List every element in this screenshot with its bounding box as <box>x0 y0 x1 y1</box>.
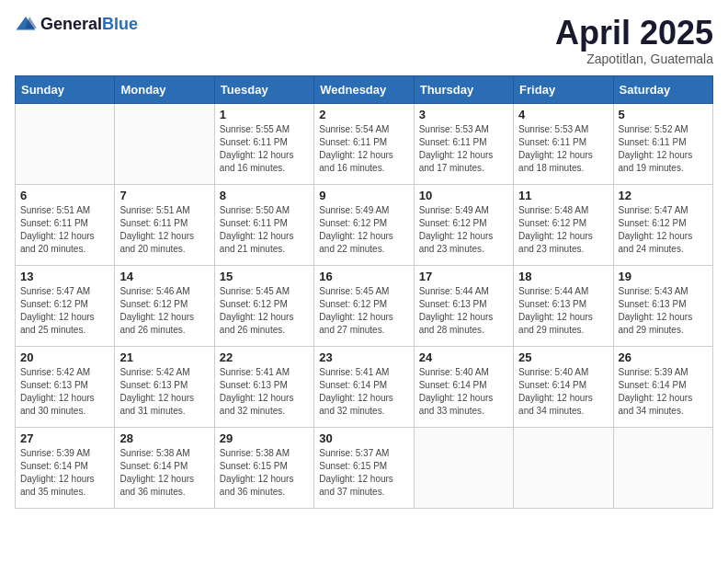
day-number: 30 <box>319 431 408 445</box>
table-row: 10Sunrise: 5:49 AM Sunset: 6:12 PM Dayli… <box>414 184 513 265</box>
table-row: 23Sunrise: 5:41 AM Sunset: 6:14 PM Dayli… <box>314 346 414 427</box>
header-wednesday: Wednesday <box>314 75 414 103</box>
logo-blue: Blue <box>102 16 138 32</box>
day-number: 5 <box>619 108 708 121</box>
table-row: 28Sunrise: 5:38 AM Sunset: 6:14 PM Dayli… <box>115 427 214 508</box>
day-number: 15 <box>220 270 309 283</box>
day-number: 4 <box>518 108 608 121</box>
header-tuesday: Tuesday <box>214 75 313 103</box>
day-info: Sunrise: 5:54 AM Sunset: 6:11 PM Dayligh… <box>319 123 408 175</box>
table-row: 30Sunrise: 5:37 AM Sunset: 6:15 PM Dayli… <box>314 427 414 508</box>
day-info: Sunrise: 5:41 AM Sunset: 6:14 PM Dayligh… <box>319 366 408 418</box>
table-row: 21Sunrise: 5:42 AM Sunset: 6:13 PM Dayli… <box>115 346 214 427</box>
table-row <box>613 427 712 508</box>
logo: General Blue <box>15 15 138 33</box>
day-info: Sunrise: 5:42 AM Sunset: 6:13 PM Dayligh… <box>20 366 109 418</box>
day-number: 28 <box>119 431 209 445</box>
table-row: 22Sunrise: 5:41 AM Sunset: 6:13 PM Dayli… <box>214 346 313 427</box>
logo-icon <box>15 15 37 33</box>
day-number: 16 <box>319 270 408 283</box>
day-number: 26 <box>619 350 708 364</box>
day-number: 6 <box>20 189 109 202</box>
day-number: 24 <box>419 350 508 364</box>
day-info: Sunrise: 5:41 AM Sunset: 6:13 PM Dayligh… <box>220 366 309 418</box>
table-row: 11Sunrise: 5:48 AM Sunset: 6:12 PM Dayli… <box>514 184 613 265</box>
day-number: 10 <box>419 189 508 202</box>
day-number: 22 <box>220 350 309 364</box>
table-row: 24Sunrise: 5:40 AM Sunset: 6:14 PM Dayli… <box>414 346 513 427</box>
day-info: Sunrise: 5:43 AM Sunset: 6:13 PM Dayligh… <box>619 285 708 337</box>
day-info: Sunrise: 5:47 AM Sunset: 6:12 PM Dayligh… <box>619 204 708 256</box>
table-row <box>115 103 214 184</box>
table-row: 5Sunrise: 5:52 AM Sunset: 6:11 PM Daylig… <box>613 103 712 184</box>
day-number: 21 <box>119 350 209 364</box>
month-title: April 2025 <box>555 15 713 52</box>
calendar-week-row: 13Sunrise: 5:47 AM Sunset: 6:12 PM Dayli… <box>16 265 713 346</box>
day-info: Sunrise: 5:55 AM Sunset: 6:11 PM Dayligh… <box>220 123 309 175</box>
day-number: 9 <box>319 189 408 202</box>
table-row: 16Sunrise: 5:45 AM Sunset: 6:12 PM Dayli… <box>314 265 414 346</box>
day-number: 18 <box>518 270 608 283</box>
day-info: Sunrise: 5:49 AM Sunset: 6:12 PM Dayligh… <box>419 204 508 256</box>
table-row: 14Sunrise: 5:46 AM Sunset: 6:12 PM Dayli… <box>115 265 214 346</box>
day-number: 20 <box>20 350 109 364</box>
day-number: 1 <box>220 108 309 121</box>
day-number: 2 <box>319 108 408 121</box>
day-number: 27 <box>20 431 109 445</box>
day-number: 7 <box>119 189 209 202</box>
day-info: Sunrise: 5:50 AM Sunset: 6:11 PM Dayligh… <box>220 204 309 256</box>
table-row: 29Sunrise: 5:38 AM Sunset: 6:15 PM Dayli… <box>214 427 313 508</box>
table-row: 1Sunrise: 5:55 AM Sunset: 6:11 PM Daylig… <box>214 103 313 184</box>
day-info: Sunrise: 5:49 AM Sunset: 6:12 PM Dayligh… <box>319 204 408 256</box>
table-row: 2Sunrise: 5:54 AM Sunset: 6:11 PM Daylig… <box>314 103 414 184</box>
calendar-week-row: 20Sunrise: 5:42 AM Sunset: 6:13 PM Dayli… <box>16 346 713 427</box>
table-row <box>414 427 513 508</box>
day-info: Sunrise: 5:47 AM Sunset: 6:12 PM Dayligh… <box>20 285 109 337</box>
table-row: 9Sunrise: 5:49 AM Sunset: 6:12 PM Daylig… <box>314 184 414 265</box>
table-row: 4Sunrise: 5:53 AM Sunset: 6:11 PM Daylig… <box>514 103 613 184</box>
table-row: 8Sunrise: 5:50 AM Sunset: 6:11 PM Daylig… <box>214 184 313 265</box>
table-row <box>514 427 613 508</box>
header-thursday: Thursday <box>414 75 513 103</box>
table-row: 13Sunrise: 5:47 AM Sunset: 6:12 PM Dayli… <box>16 265 115 346</box>
calendar-week-row: 6Sunrise: 5:51 AM Sunset: 6:11 PM Daylig… <box>16 184 713 265</box>
table-row: 26Sunrise: 5:39 AM Sunset: 6:14 PM Dayli… <box>613 346 712 427</box>
table-row: 12Sunrise: 5:47 AM Sunset: 6:12 PM Dayli… <box>613 184 712 265</box>
table-row: 19Sunrise: 5:43 AM Sunset: 6:13 PM Dayli… <box>613 265 712 346</box>
day-info: Sunrise: 5:38 AM Sunset: 6:15 PM Dayligh… <box>220 447 309 499</box>
day-info: Sunrise: 5:46 AM Sunset: 6:12 PM Dayligh… <box>119 285 209 337</box>
day-number: 17 <box>419 270 508 283</box>
day-info: Sunrise: 5:53 AM Sunset: 6:11 PM Dayligh… <box>419 123 508 175</box>
day-info: Sunrise: 5:39 AM Sunset: 6:14 PM Dayligh… <box>20 447 109 499</box>
header-sunday: Sunday <box>16 75 115 103</box>
table-row: 6Sunrise: 5:51 AM Sunset: 6:11 PM Daylig… <box>16 184 115 265</box>
day-info: Sunrise: 5:45 AM Sunset: 6:12 PM Dayligh… <box>319 285 408 337</box>
day-info: Sunrise: 5:38 AM Sunset: 6:14 PM Dayligh… <box>119 447 209 499</box>
header-saturday: Saturday <box>613 75 712 103</box>
day-number: 25 <box>518 350 608 364</box>
table-row: 15Sunrise: 5:45 AM Sunset: 6:12 PM Dayli… <box>214 265 313 346</box>
location-title: Zapotitlan, Guatemala <box>555 52 713 66</box>
table-row: 27Sunrise: 5:39 AM Sunset: 6:14 PM Dayli… <box>16 427 115 508</box>
day-info: Sunrise: 5:51 AM Sunset: 6:11 PM Dayligh… <box>20 204 109 256</box>
logo-general: General <box>40 16 102 32</box>
day-info: Sunrise: 5:48 AM Sunset: 6:12 PM Dayligh… <box>518 204 608 256</box>
table-row <box>16 103 115 184</box>
day-info: Sunrise: 5:37 AM Sunset: 6:15 PM Dayligh… <box>319 447 408 499</box>
day-number: 29 <box>220 431 309 445</box>
day-info: Sunrise: 5:44 AM Sunset: 6:13 PM Dayligh… <box>518 285 608 337</box>
day-number: 13 <box>20 270 109 283</box>
day-number: 11 <box>518 189 608 202</box>
table-row: 3Sunrise: 5:53 AM Sunset: 6:11 PM Daylig… <box>414 103 513 184</box>
day-number: 14 <box>119 270 209 283</box>
day-info: Sunrise: 5:44 AM Sunset: 6:13 PM Dayligh… <box>419 285 508 337</box>
day-info: Sunrise: 5:40 AM Sunset: 6:14 PM Dayligh… <box>518 366 608 418</box>
day-info: Sunrise: 5:39 AM Sunset: 6:14 PM Dayligh… <box>619 366 708 418</box>
weekday-header-row: Sunday Monday Tuesday Wednesday Thursday… <box>16 75 713 103</box>
table-row: 18Sunrise: 5:44 AM Sunset: 6:13 PM Dayli… <box>514 265 613 346</box>
day-number: 12 <box>619 189 708 202</box>
day-number: 23 <box>319 350 408 364</box>
day-info: Sunrise: 5:40 AM Sunset: 6:14 PM Dayligh… <box>419 366 508 418</box>
day-info: Sunrise: 5:42 AM Sunset: 6:13 PM Dayligh… <box>119 366 209 418</box>
table-row: 25Sunrise: 5:40 AM Sunset: 6:14 PM Dayli… <box>514 346 613 427</box>
